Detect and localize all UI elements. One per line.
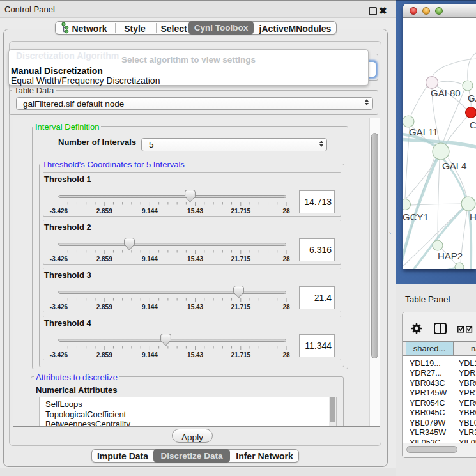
svg-text:GAL11: GAL11 [409,127,438,137]
svg-text:HAP2: HAP2 [438,250,463,261]
svg-text:GCY1: GCY1 [403,211,429,222]
svg-text:GAL4: GAL4 [442,160,466,171]
svg-text:GA: GA [468,93,476,104]
svg-text:GAL80: GAL80 [431,88,461,98]
svg-text:C: C [470,119,476,130]
svg-text:H: H [470,211,476,222]
